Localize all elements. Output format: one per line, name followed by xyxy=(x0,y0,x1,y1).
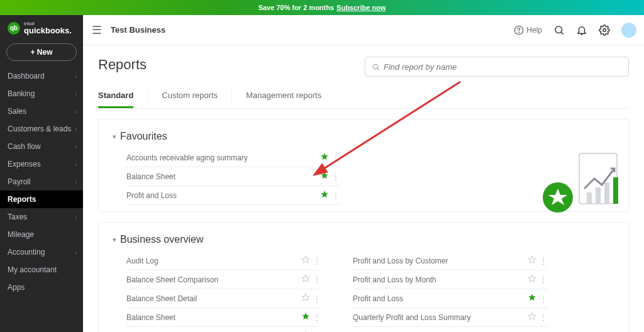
biz-col-right: Profit and Loss by Customer⋮Profit and L… xyxy=(353,252,548,332)
report-row: Profit and Loss by Customer⋮ xyxy=(353,252,548,270)
report-row: Profit and Loss as % of total income⋮ xyxy=(126,327,321,332)
kebab-menu-icon[interactable]: ⋮ xyxy=(539,294,548,303)
report-link[interactable]: Accounts receivable aging summary xyxy=(126,153,320,162)
nav-list: Dashboard›Banking›Sales›Customers & lead… xyxy=(0,67,83,296)
kebab-menu-icon[interactable]: ⋮ xyxy=(331,191,340,200)
sidebar-item-dashboard[interactable]: Dashboard› xyxy=(0,67,83,85)
biz-col-left: Audit Log⋮Balance Sheet Comparison⋮Balan… xyxy=(126,252,321,332)
sidebar-item-label: Cash flow xyxy=(8,142,41,151)
star-icon[interactable] xyxy=(301,255,313,266)
promo-bar: Save 70% for 2 months Subscribe now xyxy=(0,0,644,15)
chevron-right-icon: › xyxy=(75,73,77,80)
star-icon[interactable] xyxy=(301,312,313,323)
report-row: Balance Sheet Detail⋮ xyxy=(126,289,321,308)
report-row: Profit and Loss⋮ xyxy=(126,186,340,205)
brand: qb intuit quickbooks. xyxy=(0,15,83,38)
sidebar-item-apps[interactable]: Apps xyxy=(0,279,83,296)
page-title: Reports xyxy=(98,57,147,73)
report-link[interactable]: Profit and Loss by Month xyxy=(353,275,528,284)
sidebar-item-expenses[interactable]: Expenses› xyxy=(0,155,83,173)
star-icon[interactable] xyxy=(528,293,539,304)
sidebar-item-banking[interactable]: Banking› xyxy=(0,85,83,102)
report-link[interactable]: Quarterly Profit and Loss Summary xyxy=(353,313,528,322)
chevron-down-icon: ▾ xyxy=(113,236,116,244)
sidebar-item-my-accountant[interactable]: My accountant xyxy=(0,261,83,279)
sidebar-item-label: Apps xyxy=(8,283,25,292)
tabs: StandardCustom reportsManagement reports xyxy=(98,84,629,109)
help-link[interactable]: Help xyxy=(514,25,542,35)
topbar: ☰ Test Business Help xyxy=(83,15,644,45)
svg-point-2 xyxy=(555,26,562,33)
report-link[interactable]: Balance Sheet xyxy=(126,172,320,181)
sidebar-item-label: Accounting xyxy=(8,248,45,257)
svg-rect-8 xyxy=(587,192,592,204)
report-link[interactable]: Balance Sheet xyxy=(126,313,301,322)
star-icon[interactable] xyxy=(301,274,313,285)
star-icon[interactable] xyxy=(301,293,313,304)
kebab-menu-icon[interactable]: ⋮ xyxy=(313,313,321,322)
star-icon[interactable] xyxy=(528,312,539,323)
sidebar-item-label: Customers & leads xyxy=(8,124,71,133)
report-link[interactable]: Profit and Loss by Customer xyxy=(353,257,528,265)
hamburger-icon[interactable]: ☰ xyxy=(92,23,102,37)
report-row: Audit Log⋮ xyxy=(126,252,321,270)
chevron-right-icon: › xyxy=(75,214,77,221)
tab-management-reports[interactable]: Management reports xyxy=(246,84,321,108)
sidebar-item-taxes[interactable]: Taxes› xyxy=(0,208,83,226)
report-link[interactable]: Balance Sheet Detail xyxy=(126,294,301,303)
business-overview-title[interactable]: ▾ Business overview xyxy=(113,234,612,245)
svg-line-3 xyxy=(561,32,563,34)
chevron-right-icon: › xyxy=(75,179,77,185)
star-icon[interactable] xyxy=(528,255,539,266)
chevron-right-icon: › xyxy=(75,126,77,133)
report-link[interactable]: Balance Sheet Comparison xyxy=(126,275,301,284)
new-button[interactable]: + New xyxy=(6,43,77,61)
sidebar-item-payroll[interactable]: Payroll› xyxy=(0,173,83,191)
search-box[interactable] xyxy=(365,57,629,77)
sidebar-item-label: Taxes xyxy=(8,213,27,221)
favourites-title[interactable]: ▾ Favourites xyxy=(113,131,612,142)
svg-point-4 xyxy=(603,28,606,31)
report-row: Quarterly Profit and Loss Summary⋮ xyxy=(353,308,548,327)
star-icon[interactable] xyxy=(320,190,331,201)
avatar[interactable] xyxy=(621,23,636,38)
kebab-menu-icon[interactable]: ⋮ xyxy=(539,257,548,265)
search-input-icon xyxy=(372,63,380,71)
kebab-menu-icon[interactable]: ⋮ xyxy=(313,257,321,265)
sidebar-item-cash-flow[interactable]: Cash flow› xyxy=(0,138,83,155)
report-link[interactable]: Profit and Loss xyxy=(353,294,528,303)
kebab-menu-icon[interactable]: ⋮ xyxy=(331,153,340,162)
tab-custom-reports[interactable]: Custom reports xyxy=(162,84,218,108)
report-link[interactable]: Profit and Loss xyxy=(126,191,320,200)
gear-icon[interactable] xyxy=(599,25,610,36)
sidebar-item-mileage[interactable]: Mileage xyxy=(0,226,83,243)
business-overview-panel: ▾ Business overview Audit Log⋮Balance Sh… xyxy=(98,222,629,332)
content: Reports StandardCustom reportsManagement… xyxy=(83,45,644,332)
main-area: ☰ Test Business Help xyxy=(83,15,644,332)
search-icon[interactable] xyxy=(553,25,565,36)
notifications-icon[interactable] xyxy=(576,25,587,36)
sidebar-item-sales[interactable]: Sales› xyxy=(0,102,83,120)
kebab-menu-icon[interactable]: ⋮ xyxy=(313,294,321,303)
sidebar-item-accounting[interactable]: Accounting› xyxy=(0,243,83,261)
star-icon[interactable] xyxy=(320,171,331,182)
star-icon[interactable] xyxy=(528,274,539,285)
brand-name: quickbooks. xyxy=(24,26,72,35)
promo-text: Save 70% for 2 months xyxy=(258,4,334,11)
sidebar-item-customers-leads[interactable]: Customers & leads› xyxy=(0,120,83,138)
business-name: Test Business xyxy=(111,25,165,35)
star-icon[interactable] xyxy=(320,152,331,163)
kebab-menu-icon[interactable]: ⋮ xyxy=(331,172,340,181)
promo-link[interactable]: Subscribe now xyxy=(336,4,386,11)
sidebar-item-reports[interactable]: Reports xyxy=(0,191,83,208)
kebab-menu-icon[interactable]: ⋮ xyxy=(539,275,548,284)
kebab-menu-icon[interactable]: ⋮ xyxy=(539,313,548,322)
report-link[interactable]: Audit Log xyxy=(126,257,301,265)
sidebar-item-label: My accountant xyxy=(8,265,57,274)
report-row: Balance Sheet⋮ xyxy=(126,167,340,186)
kebab-menu-icon[interactable]: ⋮ xyxy=(313,275,321,284)
tab-standard[interactable]: Standard xyxy=(98,84,133,108)
search-input[interactable] xyxy=(384,62,622,72)
svg-rect-7 xyxy=(579,153,617,204)
help-label: Help xyxy=(526,26,542,35)
